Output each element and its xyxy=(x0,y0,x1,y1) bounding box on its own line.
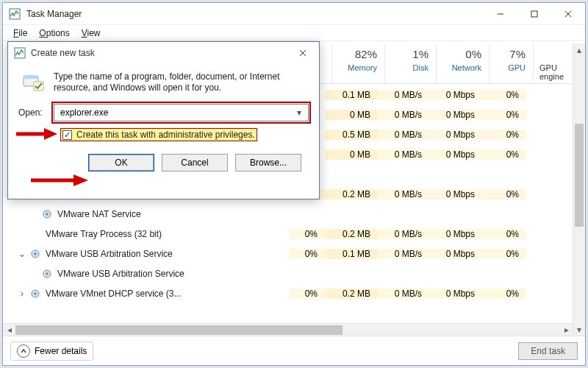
network-cell: 0 Mbps xyxy=(429,229,482,239)
network-cell: 0 Mbps xyxy=(429,149,482,160)
disk-cell: 0 MB/s xyxy=(378,249,429,259)
process-name: VMware USB Arbitration Service xyxy=(57,269,184,279)
table-row[interactable]: VMware NAT Service xyxy=(3,204,585,224)
bottom-bar: Fewer details End task xyxy=(3,336,585,365)
checkbox-checked-icon[interactable]: ✓ xyxy=(62,130,72,140)
create-task-dialog: Create new task Type the name of a progr… xyxy=(7,41,320,199)
svg-point-8 xyxy=(46,213,49,216)
open-combobox[interactable]: ▾ xyxy=(54,104,309,121)
expander-icon[interactable]: ⌄ xyxy=(16,249,28,259)
minimize-button[interactable] xyxy=(484,3,517,25)
gpu-cell: 0% xyxy=(482,249,526,259)
window-title: Task Manager xyxy=(26,9,82,19)
process-icon xyxy=(41,208,53,220)
process-icon xyxy=(29,228,41,240)
memory-cell: 0.2 MB xyxy=(325,289,378,299)
end-task-button[interactable]: End task xyxy=(518,342,578,360)
process-name-cell: ⌄VMware USB Arbitration Service xyxy=(3,248,290,260)
menu-bar: File Options View xyxy=(3,25,585,41)
memory-cell: 0.1 MB xyxy=(325,249,378,259)
process-icon xyxy=(41,268,53,280)
gpu-cell: 0% xyxy=(482,289,526,299)
dialog-close-button[interactable] xyxy=(286,43,319,63)
scroll-right-icon[interactable]: ▸ xyxy=(560,324,573,336)
cancel-button[interactable]: Cancel xyxy=(162,154,228,171)
process-name-cell: VMware USB Arbitration Service xyxy=(3,268,290,280)
dialog-description: Type the name of a program, folder, docu… xyxy=(54,71,309,95)
network-cell: 0 Mbps xyxy=(429,289,482,299)
disk-cell: 0 MB/s xyxy=(378,149,429,160)
process-name: VMware USB Arbitration Service xyxy=(46,249,173,259)
scroll-left-icon[interactable]: ◂ xyxy=(3,324,15,336)
process-name-cell: VMware Tray Process (32 bit) xyxy=(3,228,290,240)
disk-cell: 0 MB/s xyxy=(378,90,429,100)
memory-cell: 0.5 MB xyxy=(325,130,378,140)
disk-cell: 0 MB/s xyxy=(378,229,429,239)
browse-button[interactable]: Browse... xyxy=(235,154,301,171)
process-name-cell: VMware NAT Service xyxy=(3,208,290,220)
network-cell: 0 Mbps xyxy=(429,110,482,120)
cpu-cell: 0% xyxy=(290,229,325,239)
process-name: VMware NAT Service xyxy=(57,209,141,219)
network-cell: 0 Mbps xyxy=(429,130,482,140)
memory-cell: 0 MB xyxy=(325,149,378,160)
gpu-cell: 0% xyxy=(482,90,526,100)
dialog-icon xyxy=(14,47,26,59)
titlebar: Task Manager xyxy=(3,3,585,25)
gpu-cell: 0% xyxy=(482,149,526,160)
open-label: Open: xyxy=(18,107,48,118)
network-cell: 0 Mbps xyxy=(429,189,482,199)
scroll-down-icon[interactable]: ▾ xyxy=(573,323,585,336)
column-network[interactable]: 0% Network xyxy=(437,43,490,83)
menu-file[interactable]: File xyxy=(7,26,33,40)
svg-point-10 xyxy=(34,252,37,255)
admin-privileges-checkbox-row[interactable]: ✓ Create this task with administrative p… xyxy=(61,129,257,141)
expander-icon[interactable]: › xyxy=(16,289,28,299)
svg-point-14 xyxy=(34,292,37,295)
fewer-details-button[interactable]: Fewer details xyxy=(10,342,93,361)
column-memory[interactable]: 82% Memory xyxy=(332,43,385,83)
dialog-title: Create new task xyxy=(31,48,95,58)
ok-button[interactable]: OK xyxy=(88,154,154,171)
column-disk[interactable]: 1% Disk xyxy=(385,43,437,83)
dialog-titlebar: Create new task xyxy=(8,42,319,64)
memory-cell: 0 MB xyxy=(325,110,378,120)
scroll-thumb[interactable] xyxy=(575,124,584,227)
cpu-cell: 0% xyxy=(290,249,325,259)
maximize-button[interactable] xyxy=(517,3,551,25)
memory-cell: 0.2 MB xyxy=(325,229,378,239)
menu-options[interactable]: Options xyxy=(33,26,75,40)
disk-cell: 0 MB/s xyxy=(378,110,429,120)
chevron-down-icon[interactable]: ▾ xyxy=(293,107,305,118)
process-name-cell: ›VMware VMnet DHCP service (3... xyxy=(3,288,290,300)
open-input[interactable] xyxy=(59,107,293,118)
close-button[interactable] xyxy=(551,3,585,25)
network-cell: 0 Mbps xyxy=(429,90,482,100)
disk-cell: 0 MB/s xyxy=(378,130,429,140)
gpu-cell: 0% xyxy=(482,110,526,120)
vertical-scrollbar[interactable]: ▴ ▾ xyxy=(573,43,585,336)
table-row[interactable]: VMware USB Arbitration Service xyxy=(3,263,585,283)
gpu-cell: 0% xyxy=(482,130,526,140)
cpu-cell: 0% xyxy=(290,289,325,299)
table-row[interactable]: VMware Tray Process (32 bit)0%0.2 MB0 MB… xyxy=(3,224,585,244)
table-row[interactable]: ›VMware VMnet DHCP service (3...0%0.2 MB… xyxy=(3,283,585,303)
svg-rect-2 xyxy=(531,11,537,17)
process-icon xyxy=(29,248,41,260)
hscroll-thumb[interactable] xyxy=(15,325,343,335)
disk-cell: 0 MB/s xyxy=(378,289,429,299)
scroll-up-icon[interactable]: ▴ xyxy=(573,43,585,56)
column-gpu[interactable]: 7% GPU xyxy=(490,43,534,83)
process-icon xyxy=(29,288,41,300)
memory-cell: 0.1 MB xyxy=(325,90,378,100)
disk-cell: 0 MB/s xyxy=(378,189,429,199)
svg-point-12 xyxy=(46,272,49,275)
table-row[interactable]: ⌄VMware USB Arbitration Service0%0.1 MB0… xyxy=(3,244,585,263)
gpu-cell: 0% xyxy=(482,229,526,239)
horizontal-scrollbar[interactable]: ◂ ▸ xyxy=(3,323,573,336)
run-icon xyxy=(21,71,45,95)
admin-privileges-label: Create this task with administrative pri… xyxy=(76,130,255,140)
chevron-up-icon xyxy=(17,344,30,358)
menu-view[interactable]: View xyxy=(76,26,107,40)
process-name: VMware Tray Process (32 bit) xyxy=(46,229,162,239)
